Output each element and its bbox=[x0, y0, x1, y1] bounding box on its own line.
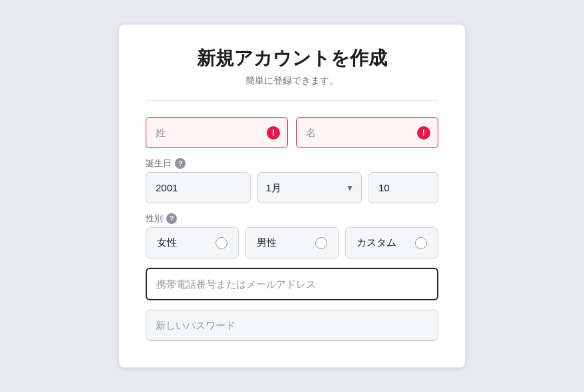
page-title: 新規アカウントを作成 bbox=[146, 46, 438, 71]
birthday-label-row: 誕生日 ? bbox=[146, 157, 438, 169]
contact-input[interactable] bbox=[146, 268, 438, 300]
gender-section: 性別 ? 女性 男性 カスタム bbox=[146, 213, 438, 258]
contact-wrapper bbox=[146, 268, 438, 300]
gender-help-icon[interactable]: ? bbox=[166, 213, 177, 224]
birthday-label: 誕生日 bbox=[146, 157, 172, 169]
gender-custom-radio[interactable] bbox=[415, 237, 427, 249]
gender-option-male[interactable]: 男性 bbox=[245, 227, 339, 258]
gender-option-custom[interactable]: カスタム bbox=[345, 227, 438, 258]
month-wrapper: 1月 2月 3月 4月 5月 6月 7月 8月 9月 10月 11月 12月 ▼ bbox=[257, 172, 363, 203]
year-input[interactable] bbox=[146, 172, 251, 203]
name-row: ! ! bbox=[146, 117, 438, 148]
gender-male-label: 男性 bbox=[257, 237, 277, 249]
first-name-wrapper: ! bbox=[296, 117, 438, 148]
gender-option-female[interactable]: 女性 bbox=[146, 227, 239, 258]
day-input[interactable] bbox=[368, 172, 438, 203]
last-name-wrapper: ! bbox=[146, 117, 288, 148]
year-wrapper bbox=[146, 172, 251, 203]
last-name-error-icon: ! bbox=[267, 126, 280, 140]
gender-custom-label: カスタム bbox=[357, 237, 396, 249]
password-input[interactable] bbox=[146, 310, 438, 341]
gender-label: 性別 bbox=[146, 213, 163, 225]
page-subtitle: 簡単に登録できます。 bbox=[146, 75, 438, 87]
gender-male-radio[interactable] bbox=[315, 237, 327, 249]
month-select[interactable]: 1月 2月 3月 4月 5月 6月 7月 8月 9月 10月 11月 12月 bbox=[257, 172, 363, 203]
password-wrapper bbox=[146, 310, 438, 341]
birthday-help-icon[interactable]: ? bbox=[175, 158, 186, 169]
registration-form: ! ! 誕生日 ? 1月 2月 3月 bbox=[146, 117, 438, 341]
birthday-section: 誕生日 ? 1月 2月 3月 4月 5月 6月 7月 8月 bbox=[146, 157, 438, 203]
gender-female-radio[interactable] bbox=[216, 237, 227, 249]
registration-card: 新規アカウントを作成 簡単に登録できます。 ! ! 誕生日 ? bbox=[119, 25, 465, 367]
day-wrapper bbox=[368, 172, 438, 203]
birthday-row: 1月 2月 3月 4月 5月 6月 7月 8月 9月 10月 11月 12月 ▼ bbox=[146, 172, 438, 203]
gender-female-label: 女性 bbox=[157, 237, 177, 249]
form-header: 新規アカウントを作成 簡単に登録できます。 bbox=[146, 46, 438, 101]
gender-row: 女性 男性 カスタム bbox=[146, 227, 438, 258]
first-name-error-icon: ! bbox=[417, 126, 430, 140]
gender-label-row: 性別 ? bbox=[146, 213, 438, 225]
